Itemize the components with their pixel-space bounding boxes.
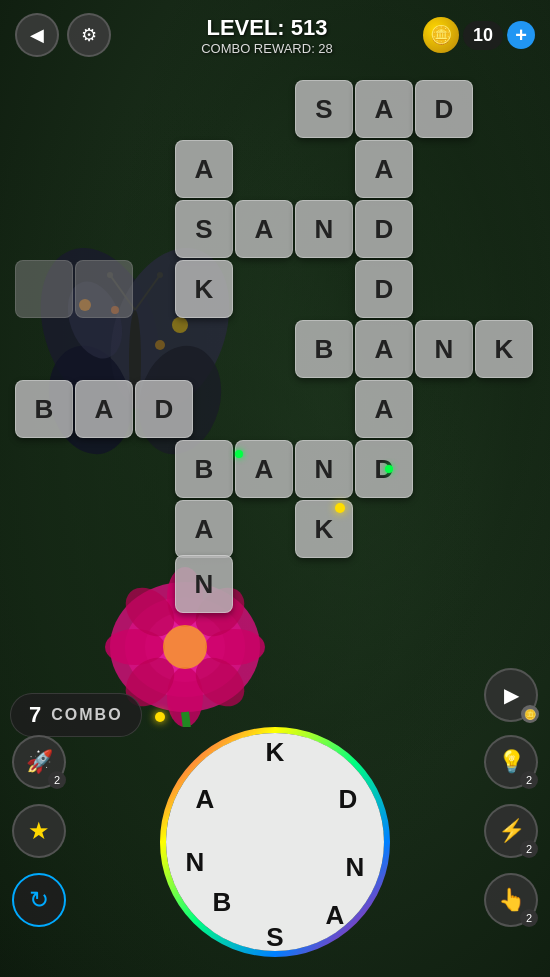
spinner-letter-A-left: A — [196, 784, 215, 815]
settings-icon: ⚙ — [81, 24, 97, 46]
tile-D-2-6: D — [355, 200, 413, 258]
spinner-letter-B: B — [213, 887, 232, 918]
hand-badge: 2 — [520, 909, 538, 927]
combo-reward-label: COMBO REWARD: 28 — [201, 41, 333, 56]
tile-A-4-6: A — [355, 320, 413, 378]
star-icon: ★ — [28, 817, 50, 845]
lightning-icon: ⚡ — [498, 818, 525, 844]
tile-N-8-3: N — [175, 555, 233, 613]
tile-A-5-1: A — [75, 380, 133, 438]
hand-icon: 👆 — [498, 887, 525, 913]
tile-A-0-6: A — [355, 80, 413, 138]
tile-K-4-8: K — [475, 320, 533, 378]
tile-D-6-6: D — [355, 440, 413, 498]
back-icon: ◀ — [30, 24, 44, 46]
tile-N-2-5: N — [295, 200, 353, 258]
spinner-letter-A-bottom: A — [326, 900, 345, 931]
spinner-letter-D: D — [339, 784, 358, 815]
header-center: LEVEL: 513 COMBO REWARD: 28 — [201, 15, 333, 56]
rocket-badge: 2 — [48, 771, 66, 789]
spinner-letter-N-right: N — [346, 852, 365, 883]
lightning-badge: 2 — [520, 840, 538, 858]
header: ◀ ⚙ LEVEL: 513 COMBO REWARD: 28 🪙 10 + — [0, 0, 550, 70]
tile-S-0-5: S — [295, 80, 353, 138]
tile-A-7-3: A — [175, 500, 233, 558]
tile-N-6-5: N — [295, 440, 353, 498]
tile-N-4-7: N — [415, 320, 473, 378]
letter-spinner[interactable]: K D N A S B N A — [160, 727, 390, 957]
header-right: 🪙 10 + — [423, 17, 535, 53]
tile-B-5-0: B — [15, 380, 73, 438]
tile-S-2-3: S — [175, 200, 233, 258]
spinner-letter-N-left: N — [186, 847, 205, 878]
hint-badge: 2 — [520, 771, 538, 789]
tile-D-0-7: D — [415, 80, 473, 138]
tile-A-2-4: A — [235, 200, 293, 258]
back-button[interactable]: ◀ — [15, 13, 59, 57]
combo-number: 7 — [29, 702, 41, 728]
refresh-button[interactable]: ↻ — [12, 873, 66, 927]
video-badge: 🪙 — [521, 705, 539, 723]
tile-K-3-3: K — [175, 260, 233, 318]
green-dot-2 — [385, 465, 393, 473]
lightning-button[interactable]: ⚡ 2 — [484, 804, 538, 858]
combo-label: COMBO — [51, 706, 122, 724]
hand-button[interactable]: 👆 2 — [484, 873, 538, 927]
add-coins-button[interactable]: + — [507, 21, 535, 49]
tile-empty-3-0 — [15, 260, 73, 318]
green-dot-1 — [235, 450, 243, 458]
tile-D-3-6: D — [355, 260, 413, 318]
rocket-icon: 🚀 — [26, 749, 53, 775]
combo-bar: 7 COMBO — [10, 693, 142, 737]
tile-B-4-5: B — [295, 320, 353, 378]
spinner-letter-S: S — [266, 922, 283, 953]
level-label: LEVEL: 513 — [201, 15, 333, 41]
tile-A-1-6: A — [355, 140, 413, 198]
tile-empty-3-1 — [75, 260, 133, 318]
coin-icon: 🪙 — [423, 17, 459, 53]
refresh-icon: ↻ — [29, 886, 49, 914]
settings-button[interactable]: ⚙ — [67, 13, 111, 57]
tile-D-5-2: D — [135, 380, 193, 438]
spinner-letter-K: K — [266, 737, 285, 768]
right-buttons: 💡 2 ⚡ 2 👆 2 — [484, 735, 538, 927]
hint-button[interactable]: 💡 2 — [484, 735, 538, 789]
star-dot-2 — [155, 712, 165, 722]
hint-icon: 💡 — [498, 749, 525, 775]
tile-B-6-3: B — [175, 440, 233, 498]
left-buttons: 🚀 2 ★ ↻ — [12, 735, 66, 927]
star-dot-1 — [335, 503, 345, 513]
coin-count: 10 — [463, 21, 503, 50]
header-left: ◀ ⚙ — [15, 13, 111, 57]
star-button[interactable]: ★ — [12, 804, 66, 858]
tile-A-6-4: A — [235, 440, 293, 498]
rocket-button[interactable]: 🚀 2 — [12, 735, 66, 789]
video-icon: ▶ — [504, 683, 519, 707]
tile-A-1-3: A — [175, 140, 233, 198]
bottom-area: 7 COMBO ▶ 🪙 — [0, 677, 550, 977]
video-button[interactable]: ▶ 🪙 — [484, 668, 538, 722]
tile-A-5-6: A — [355, 380, 413, 438]
grid-area: S A D A A S A N D K D B A N K B A D A B … — [0, 75, 550, 677]
